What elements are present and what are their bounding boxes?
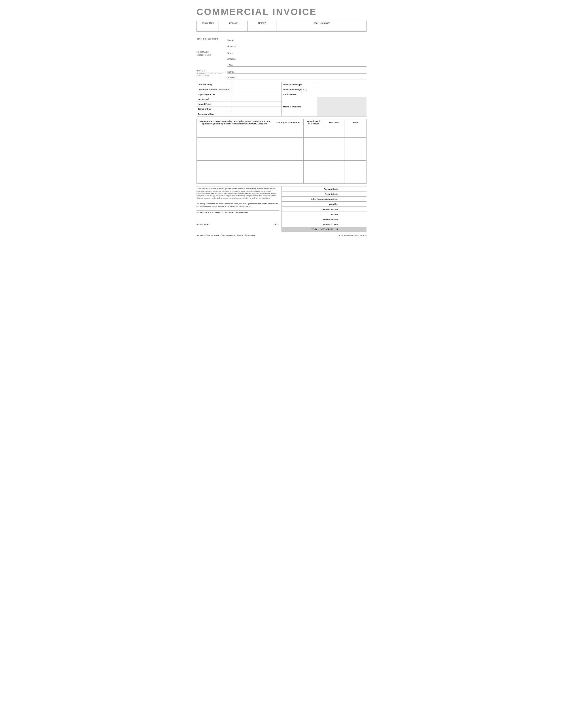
desc-cell[interactable] [197,149,273,161]
buyer-address-row: Address: [227,74,367,79]
cost-row-0: Packing Costs [282,186,367,191]
invoice-num-value[interactable] [218,25,247,32]
desc-cell[interactable] [197,138,273,149]
logistics-val-5[interactable] [232,107,282,111]
qty-cell[interactable] [304,172,324,184]
seller-address-label: Address: [227,45,236,47]
desc-cell[interactable] [197,172,273,184]
logistics-val-4[interactable] [232,102,282,106]
logistics-right-row-3: Marks & Numbers [282,97,367,116]
consignee-type-value[interactable] [234,63,367,66]
country-cell[interactable] [273,161,304,172]
cost-label-4: Insurance Costs [282,207,340,211]
cost-row-4: Insurance Costs [282,207,367,212]
qty-cell[interactable] [304,138,324,149]
consignee-name-value[interactable] [235,51,367,54]
logistics-right-val-2[interactable] [317,92,367,97]
seller-address-row: Address: [227,42,367,48]
unit-price-cell[interactable] [324,161,344,172]
logistics-val-2[interactable] [232,92,282,97]
certified-text: It is hereby certified that this invoice… [196,201,279,210]
buyer-name-value[interactable] [235,70,367,73]
invoice-date-value[interactable] [197,25,219,32]
invoice-num-header: Invoice # [218,21,247,25]
order-num-value[interactable] [247,25,276,32]
logistics-row-1: Country of Ultimate Destination [196,87,282,92]
cost-value-3[interactable] [340,202,367,206]
logistics-val-3[interactable] [232,97,282,101]
seller-section: SELLER/SHIPPER Name: Address: [196,37,367,48]
logistics-right-key-2: Cubic Meters [282,92,317,97]
logistics-right-row-1: Total Gross Weight (KG) [282,87,367,92]
buyer-name-label: Name: [227,71,234,73]
cost-value-2[interactable] [340,197,367,201]
logistics-val-0[interactable] [232,82,282,87]
cost-row-5: Assists [282,212,367,217]
logistics-row-5: Terms of Sale [196,107,282,111]
total-cell[interactable] [345,172,367,184]
page-title: COMMERCIAL INVOICE [196,7,367,17]
cost-label-7: Duties & Taxes [282,223,340,226]
other-ref-header: Other References [276,21,367,25]
country-cell[interactable] [273,149,304,161]
country-cell[interactable] [273,138,304,149]
qty-cell[interactable] [304,161,324,172]
cost-value-8[interactable] [340,227,367,232]
bottom-section: These items are controlled by the U.S. g… [196,186,367,232]
total-cell[interactable] [345,138,367,149]
marks-numbers-val[interactable] [317,97,367,116]
qty-cell[interactable] [304,126,324,138]
print-name-label: PRINT NAME [196,223,210,225]
unit-price-cell[interactable] [324,172,344,184]
commodity-desc-header: Complete & Accurate Commodity Descriptio… [197,119,273,126]
cost-value-7[interactable] [340,222,367,227]
country-cell[interactable] [273,126,304,138]
unit-price-cell[interactable] [324,126,344,138]
cost-value-5[interactable] [340,212,367,217]
total-cell[interactable] [345,149,367,161]
logistics-right-val-0[interactable] [317,82,367,87]
desc-cell[interactable] [197,126,273,138]
buyer-fields: Name: Address: [227,68,367,79]
buyer-address-value[interactable] [238,76,367,79]
cost-value-0[interactable] [340,186,367,191]
country-cell[interactable] [273,172,304,184]
logistics-section: Port of Lading Country of Ultimate Desti… [196,82,367,116]
logistics-right-val-1[interactable] [317,87,367,92]
seller-address-value[interactable] [238,44,367,47]
cost-label-1: Freight Costs [282,192,340,196]
consignee-address-label: Address: [227,58,236,60]
cost-value-6[interactable] [340,217,367,222]
seller-fields: Name: Address: [227,37,367,48]
logistics-key-3: Incoterms® [196,97,232,101]
logistics-right-key-1: Total Gross Weight (KG) [282,87,317,92]
cost-value-1[interactable] [340,191,367,196]
logistics-right-row-0: Total No. Packages [282,82,367,87]
footer: *Incoterms® is a trademark of the Intern… [196,234,367,236]
qty-cell[interactable] [304,149,324,161]
table-row [197,172,367,184]
logistics-right-key-0: Total No. Packages [282,82,317,87]
logistics-val-6[interactable] [232,111,282,116]
invoice-date-header: Invoice Date [197,21,219,25]
signature-line[interactable] [196,215,279,221]
total-cell[interactable] [345,126,367,138]
unit-price-cell[interactable] [324,138,344,149]
legal-text: These items are controlled by the U.S. g… [196,186,279,201]
other-ref-value[interactable] [276,25,367,32]
seller-name-value[interactable] [235,39,367,42]
logistics-val-1[interactable] [232,87,282,92]
buyer-address-label: Address: [227,76,236,79]
logistics-row-6: Currency of Sale [196,111,282,116]
unit-price-cell[interactable] [324,149,344,161]
commodity-qty-header: Quantity/Unitof Measure [304,119,324,126]
cost-row-3: Handling [282,202,367,207]
logistics-key-4: Named Point [196,102,232,106]
print-row: PRINT NAME DATE [196,222,279,225]
logistics-key-2: Exporting Carrier [196,92,232,97]
cost-label-6: Additional Fees [282,218,340,221]
total-cell[interactable] [345,161,367,172]
desc-cell[interactable] [197,161,273,172]
consignee-address-value[interactable] [238,57,367,60]
cost-value-4[interactable] [340,207,367,212]
